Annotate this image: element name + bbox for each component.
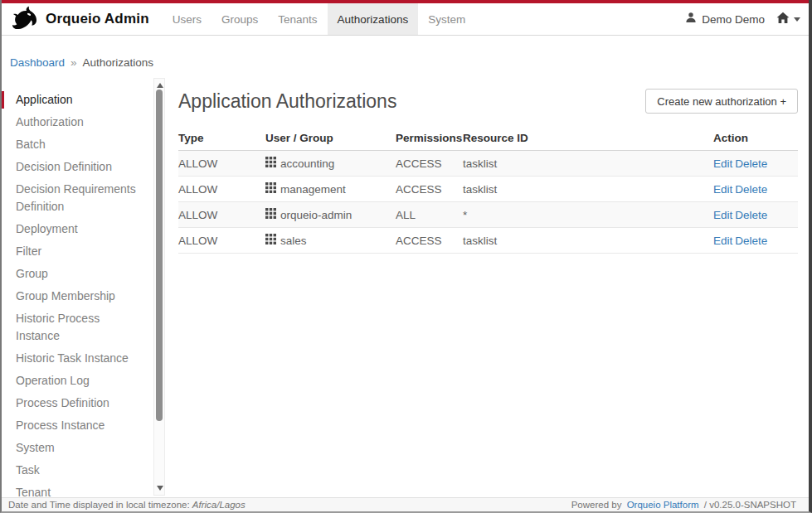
- scroll-down-icon[interactable]: [157, 486, 163, 491]
- orca-logo-icon: [12, 6, 46, 32]
- column-header-action: Action: [703, 128, 798, 151]
- table-header-row: Type User / Group Permissions Resource I…: [178, 128, 798, 151]
- cell-user-group: sales: [265, 228, 396, 254]
- user-icon: [685, 12, 697, 27]
- sidebar-item-authorization[interactable]: Authorization: [2, 114, 141, 131]
- sidebar-item-process-definition[interactable]: Process Definition: [2, 394, 141, 412]
- home-icon: [776, 12, 790, 27]
- user-group-name: sales: [280, 235, 307, 247]
- group-icon: [265, 182, 280, 196]
- delete-link[interactable]: Delete: [735, 235, 767, 247]
- sidebar-item-decision-requirements-definition[interactable]: Decision Requirements Definition: [2, 181, 141, 215]
- cell-permissions: ALL: [396, 202, 463, 228]
- version-label: / v0.25.0-SNAPSHOT: [704, 500, 796, 510]
- scroll-up-icon[interactable]: [157, 83, 163, 88]
- delete-link[interactable]: Delete: [735, 157, 767, 170]
- brand[interactable]: Orqueio Admin: [2, 3, 163, 35]
- cell-type: ALLOW: [178, 228, 265, 254]
- cell-type: ALLOW: [178, 177, 265, 202]
- sidebar-item-historic-process-instance[interactable]: Historic Process Instance: [2, 310, 141, 345]
- column-header-permissions: Permissions: [396, 128, 463, 151]
- app-header: Orqueio Admin Users Groups Tenants Autho…: [2, 3, 809, 36]
- page-title: Application Authorizations: [178, 90, 396, 113]
- table-row: ALLOW sales ACCESS tasklist EditDelete: [178, 228, 798, 254]
- main-nav: Users Groups Tenants Authorizations Syst…: [163, 3, 475, 35]
- app-title: Orqueio Admin: [46, 11, 149, 27]
- sidebar-item-application[interactable]: Application: [2, 91, 141, 109]
- cell-permissions: ACCESS: [396, 228, 463, 254]
- sidebar-item-tenant[interactable]: Tenant: [2, 484, 141, 497]
- cell-actions: EditDelete: [703, 228, 798, 254]
- cell-type: ALLOW: [178, 202, 265, 228]
- nav-item-system[interactable]: System: [418, 3, 475, 35]
- column-header-user-group: User / Group: [265, 128, 396, 151]
- user-group-name: management: [280, 183, 346, 196]
- header-right: Demo Demo: [685, 3, 809, 35]
- cell-permissions: ACCESS: [396, 151, 463, 177]
- column-header-resource-id: Resource ID: [463, 128, 703, 151]
- cell-type: ALLOW: [178, 151, 265, 177]
- delete-link[interactable]: Delete: [735, 209, 767, 221]
- user-group-name: orqueio-admin: [280, 209, 352, 221]
- nav-item-tenants[interactable]: Tenants: [268, 3, 327, 35]
- sidebar-item-group-membership[interactable]: Group Membership: [2, 288, 141, 305]
- version-info: Powered by Orqueio Platform / v0.25.0-SN…: [569, 500, 796, 510]
- breadcrumb: Dashboard » Authorizations: [2, 36, 809, 76]
- user-group-name: accounting: [280, 157, 334, 170]
- cell-resource-id: tasklist: [463, 151, 703, 177]
- sidebar-item-deployment[interactable]: Deployment: [2, 220, 141, 238]
- resource-list: Application Authorization Batch Decision…: [2, 76, 168, 497]
- timezone-value: Africa/Lagos: [192, 500, 246, 510]
- edit-link[interactable]: Edit: [713, 157, 732, 170]
- group-icon: [265, 208, 280, 221]
- edit-link[interactable]: Edit: [713, 209, 732, 221]
- home-menu[interactable]: [776, 12, 800, 27]
- resource-sidebar: Application Authorization Batch Decision…: [2, 76, 168, 497]
- nav-item-authorizations[interactable]: Authorizations: [328, 3, 419, 35]
- cell-actions: EditDelete: [703, 151, 798, 177]
- content-area: Application Authorizations Create new au…: [168, 76, 809, 497]
- sidebar-item-group[interactable]: Group: [2, 265, 141, 283]
- create-authorization-button[interactable]: Create new authorization +: [645, 89, 798, 114]
- column-header-type: Type: [178, 128, 265, 151]
- sidebar-item-task[interactable]: Task: [2, 462, 141, 479]
- nav-item-groups[interactable]: Groups: [212, 3, 268, 35]
- scrollbar-thumb[interactable]: [156, 90, 163, 421]
- cell-resource-id: *: [463, 202, 703, 228]
- authorizations-table: Type User / Group Permissions Resource I…: [178, 128, 798, 254]
- breadcrumb-separator: »: [71, 56, 77, 69]
- timezone-note: Date and Time displayed in local timezon…: [8, 500, 246, 510]
- sidebar-item-filter[interactable]: Filter: [2, 243, 141, 260]
- footer: Date and Time displayed in local timezon…: [2, 497, 809, 511]
- breadcrumb-link-dashboard[interactable]: Dashboard: [10, 56, 65, 69]
- timezone-label: Date and Time displayed in local timezon…: [8, 500, 190, 510]
- sidebar-scrollbar[interactable]: [153, 78, 165, 496]
- cell-user-group: orqueio-admin: [265, 202, 396, 228]
- sidebar-item-decision-definition[interactable]: Decision Definition: [2, 158, 141, 176]
- table-row: ALLOW orqueio-admin ALL * EditDelete: [178, 202, 798, 228]
- caret-down-icon: [794, 17, 800, 22]
- group-icon: [265, 234, 280, 247]
- nav-item-users[interactable]: Users: [163, 3, 212, 35]
- breadcrumb-current: Authorizations: [83, 56, 154, 69]
- cell-actions: EditDelete: [703, 202, 798, 228]
- table-row: ALLOW accounting ACCESS tasklist EditDel…: [178, 151, 798, 177]
- delete-link[interactable]: Delete: [735, 183, 767, 196]
- cell-user-group: accounting: [265, 151, 396, 177]
- group-icon: [265, 157, 280, 170]
- platform-link[interactable]: Orqueio Platform: [627, 500, 699, 510]
- admin-window: Orqueio Admin Users Groups Tenants Autho…: [0, 0, 812, 513]
- sidebar-item-batch[interactable]: Batch: [2, 136, 141, 153]
- edit-link[interactable]: Edit: [713, 235, 732, 247]
- sidebar-item-historic-task-instance[interactable]: Historic Task Instance: [2, 350, 141, 367]
- edit-link[interactable]: Edit: [713, 183, 732, 196]
- cell-user-group: management: [265, 177, 396, 202]
- powered-by-label: Powered by: [571, 500, 622, 510]
- sidebar-item-system[interactable]: System: [2, 439, 141, 457]
- sidebar-item-process-instance[interactable]: Process Instance: [2, 417, 141, 434]
- cell-resource-id: tasklist: [463, 177, 703, 202]
- table-row: ALLOW management ACCESS tasklist EditDel…: [178, 177, 798, 202]
- cell-resource-id: tasklist: [463, 228, 703, 254]
- sidebar-item-operation-log[interactable]: Operation Log: [2, 372, 141, 390]
- current-user-name[interactable]: Demo Demo: [702, 13, 765, 26]
